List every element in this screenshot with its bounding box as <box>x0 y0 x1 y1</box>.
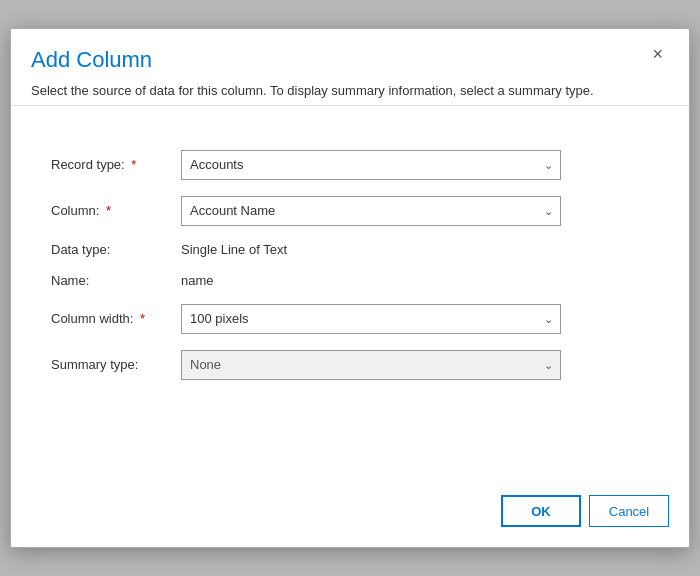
data-type-value: Single Line of Text <box>181 242 287 257</box>
column-label: Column: * <box>51 203 181 218</box>
record-type-select[interactable]: Accounts Contacts Leads Opportunities <box>181 150 561 180</box>
data-type-label: Data type: <box>51 242 181 257</box>
record-type-row: Record type: * Accounts Contacts Leads O… <box>51 150 649 180</box>
column-select-wrapper: Account Name Account Number Email Phone … <box>181 196 561 226</box>
dialog-title-section: Add Column Select the source of data for… <box>31 47 646 101</box>
record-type-select-wrapper: Accounts Contacts Leads Opportunities ⌄ <box>181 150 561 180</box>
column-select[interactable]: Account Name Account Number Email Phone <box>181 196 561 226</box>
dialog-footer: OK Cancel <box>11 479 689 547</box>
dialog-description: Select the source of data for this colum… <box>31 81 611 101</box>
data-type-row: Data type: Single Line of Text <box>51 242 649 257</box>
summary-type-select[interactable]: None Count Sum Average Min Max <box>181 350 561 380</box>
column-width-select[interactable]: 100 pixels 50 pixels 150 pixels 200 pixe… <box>181 304 561 334</box>
record-type-label: Record type: * <box>51 157 181 172</box>
name-label: Name: <box>51 273 181 288</box>
column-width-row: Column width: * 100 pixels 50 pixels 150… <box>51 304 649 334</box>
column-width-required: * <box>136 311 145 326</box>
cancel-button[interactable]: Cancel <box>589 495 669 527</box>
summary-type-label: Summary type: <box>51 357 181 372</box>
record-type-required: * <box>128 157 137 172</box>
dialog-header: Add Column Select the source of data for… <box>11 29 689 101</box>
name-value: name <box>181 273 214 288</box>
header-divider <box>11 105 689 106</box>
close-button[interactable]: × <box>646 43 669 65</box>
ok-button[interactable]: OK <box>501 495 581 527</box>
dialog-body: Record type: * Accounts Contacts Leads O… <box>11 126 689 480</box>
column-row: Column: * Account Name Account Number Em… <box>51 196 649 226</box>
column-required: * <box>102 203 111 218</box>
dialog-title: Add Column <box>31 47 646 73</box>
column-width-select-wrapper: 100 pixels 50 pixels 150 pixels 200 pixe… <box>181 304 561 334</box>
dialog-overlay: Add Column Select the source of data for… <box>0 0 700 576</box>
column-width-label: Column width: * <box>51 311 181 326</box>
summary-type-select-wrapper: None Count Sum Average Min Max ⌄ <box>181 350 561 380</box>
name-row: Name: name <box>51 273 649 288</box>
add-column-dialog: Add Column Select the source of data for… <box>10 28 690 548</box>
summary-type-row: Summary type: None Count Sum Average Min… <box>51 350 649 380</box>
